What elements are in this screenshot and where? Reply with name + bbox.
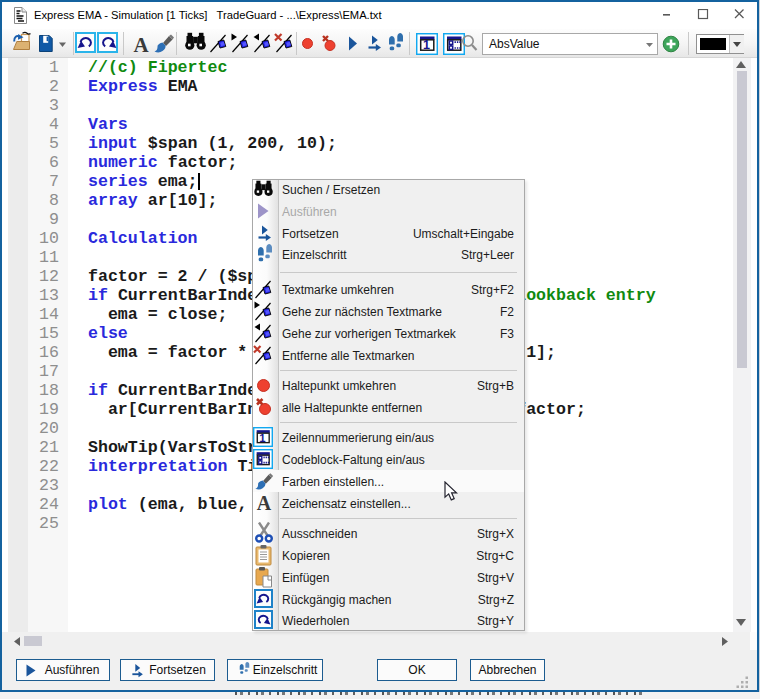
svg-text:1: 1 [259,432,265,444]
svg-text:1: 1 [423,38,430,52]
